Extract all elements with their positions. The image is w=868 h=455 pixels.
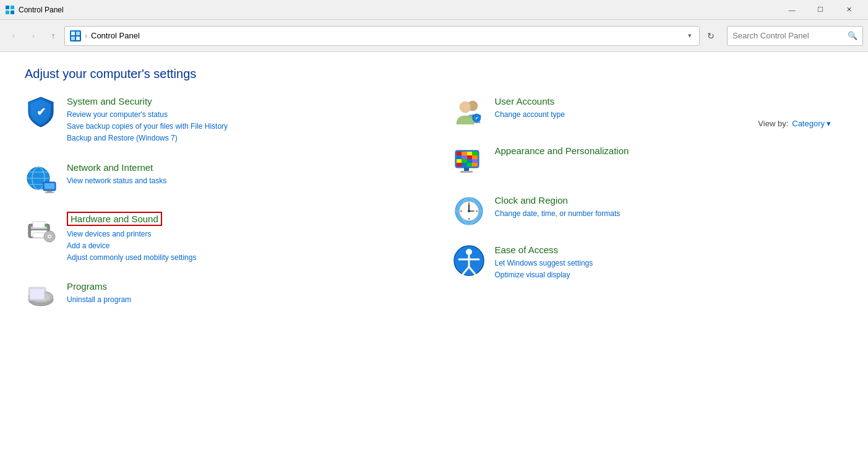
svg-rect-47 [457,159,462,163]
right-column: ✔ User Accounts Change account type [453,96,844,331]
hardware-sound-link-1[interactable]: View devices and printers [67,228,416,240]
user-accounts-content: User Accounts Change account type [495,96,844,121]
clock-region-link-1[interactable]: Change date, time, or number formats [495,208,844,220]
appearance-icon [453,145,485,178]
hardware-sound-link-3[interactable]: Adjust commonly used mobility settings [67,252,416,264]
svg-point-35 [460,102,471,113]
programs-link-1[interactable]: Uninstall a program [67,294,416,306]
app-icon [5,5,15,15]
up-button[interactable]: ↑ [45,27,62,45]
view-by-value-text: Category [792,119,825,128]
svg-point-23 [45,224,47,227]
svg-point-68 [468,210,470,212]
network-internet-title[interactable]: Network and Internet [67,162,153,173]
category-appearance: Appearance and Personalization [453,145,844,178]
svg-rect-40 [462,152,467,155]
programs-content: Programs Uninstall a program [67,281,416,306]
appearance-content: Appearance and Personalization [495,145,844,158]
category-hardware-sound: Hardware and Sound View devices and prin… [25,212,416,264]
svg-rect-56 [460,171,473,173]
page-title: Adjust your computer's settings [25,67,843,81]
svg-rect-5 [76,32,80,35]
categories-grid: ✔ System and Security Review your comput… [25,96,843,331]
user-accounts-icon: ✔ [453,96,485,128]
category-network-internet: Network and Internet View network status… [25,162,416,194]
hardware-sound-content: Hardware and Sound View devices and prin… [67,212,416,264]
clock-region-title[interactable]: Clock and Region [495,195,568,206]
close-button[interactable]: ✕ [835,0,863,20]
clock-region-content: Clock and Region Change date, time, or n… [495,195,844,220]
svg-rect-4 [71,32,75,35]
programs-title[interactable]: Programs [67,281,107,292]
ease-access-icon [453,245,485,277]
ease-access-link-1[interactable]: Let Windows suggest settings [495,258,844,269]
user-accounts-title[interactable]: User Accounts [495,96,555,106]
network-internet-icon [25,162,57,194]
svg-rect-6 [71,37,75,40]
svg-rect-46 [472,155,478,159]
main-content: Adjust your computer's settings View by:… [0,52,868,455]
svg-rect-1 [11,6,14,9]
refresh-button[interactable]: ↻ [702,27,720,45]
svg-rect-50 [472,159,478,163]
view-by-dropdown[interactable]: Category ▾ [792,119,831,128]
back-button[interactable]: ‹ [5,27,22,45]
hardware-sound-link-2[interactable]: Add a device [67,240,416,252]
ease-access-link-2[interactable]: Optimize visual display [495,269,844,281]
category-ease-access: Ease of Access Let Windows suggest setti… [453,245,844,281]
restore-button[interactable]: ☐ [806,0,835,20]
system-security-link-3[interactable]: Backup and Restore (Windows 7) [67,132,416,144]
breadcrumb-path: Control Panel [91,31,682,40]
search-icon[interactable]: 🔍 [848,31,857,40]
svg-rect-16 [47,191,52,192]
svg-rect-15 [45,183,54,189]
category-system-security: ✔ System and Security Review your comput… [25,96,416,145]
window-title: Control Panel [19,6,778,14]
svg-rect-49 [467,159,472,163]
svg-rect-33 [30,288,45,300]
minimize-button[interactable]: — [778,0,806,20]
svg-rect-53 [467,163,472,167]
view-by-control: View by: Category ▾ [758,119,831,128]
svg-rect-51 [457,163,462,167]
system-security-link-1[interactable]: Review your computer's status [67,109,416,121]
svg-rect-2 [6,11,9,14]
network-internet-link-1[interactable]: View network status and tasks [67,175,416,187]
svg-rect-42 [472,152,478,155]
ease-access-content: Ease of Access Let Windows suggest setti… [495,245,844,281]
svg-rect-52 [462,163,467,167]
svg-rect-55 [464,168,469,171]
hardware-sound-title[interactable]: Hardware and Sound [67,212,162,226]
ease-access-title[interactable]: Ease of Access [495,245,559,255]
address-field[interactable]: › Control Panel ▾ [64,26,700,46]
svg-rect-45 [467,155,472,159]
svg-rect-7 [76,37,80,40]
window-controls: — ☐ ✕ [778,0,863,20]
svg-rect-39 [457,152,462,155]
system-security-content: System and Security Review your computer… [67,96,416,145]
address-dropdown-arrow[interactable]: ▾ [685,32,694,40]
forward-button[interactable]: › [25,27,42,45]
search-input[interactable] [733,31,848,40]
title-bar: Control Panel — ☐ ✕ [0,0,868,20]
hardware-sound-icon [25,212,57,244]
network-internet-content: Network and Internet View network status… [67,162,416,187]
address-icon [70,30,81,41]
svg-rect-41 [467,152,472,155]
left-column: ✔ System and Security Review your comput… [25,96,416,331]
view-by-label: View by: [758,119,788,128]
svg-rect-0 [6,6,9,9]
system-security-icon: ✔ [25,96,57,128]
appearance-title[interactable]: Appearance and Personalization [495,145,629,156]
svg-rect-3 [11,11,14,14]
search-box[interactable]: 🔍 [727,26,863,46]
svg-rect-54 [472,163,478,167]
svg-rect-21 [33,222,45,228]
clock-region-icon [453,195,485,227]
system-security-title[interactable]: System and Security [67,96,152,106]
system-security-link-2[interactable]: Save backup copies of your files with Fi… [67,121,416,132]
breadcrumb-separator: › [85,32,87,40]
svg-rect-44 [462,155,467,159]
svg-rect-43 [457,155,462,159]
svg-text:✔: ✔ [37,106,46,118]
